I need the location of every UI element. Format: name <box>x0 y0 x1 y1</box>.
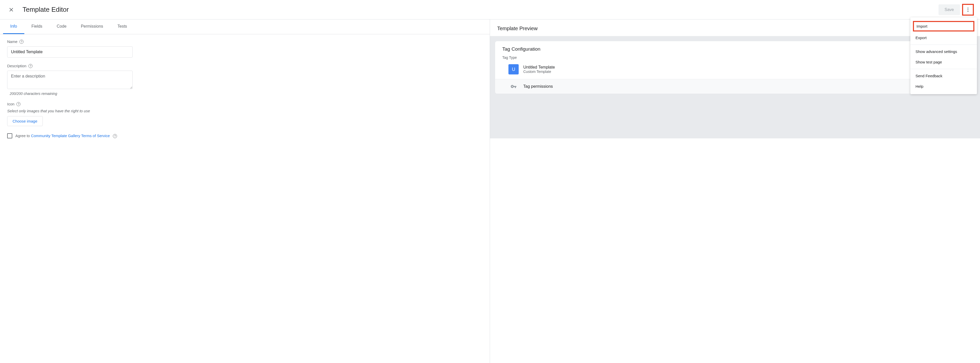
tab-info[interactable]: Info <box>3 19 24 34</box>
menu-item-export[interactable]: Export <box>910 32 977 43</box>
tag-config-card: Tag Configuration Tag Type U Untitled Te… <box>495 41 975 94</box>
info-tab-content: Name ? Description ? 200/200 characters … <box>0 34 490 144</box>
preview-body: Tag Configuration Tag Type U Untitled Te… <box>490 36 980 138</box>
more-menu-dropdown: Import Export Show advanced settings Sho… <box>910 17 977 94</box>
help-icon[interactable]: ? <box>113 134 117 138</box>
main-layout: Info Fields Code Permissions Tests Name … <box>0 19 980 363</box>
editor-header: Template Editor Save Import Export Show … <box>0 0 980 19</box>
name-input[interactable] <box>7 46 133 57</box>
tab-tests[interactable]: Tests <box>110 19 134 34</box>
icon-label: Icon <box>7 102 14 106</box>
icon-label-row: Icon ? <box>7 102 482 106</box>
tab-permissions[interactable]: Permissions <box>74 19 110 34</box>
tag-type-label: Tag Type <box>495 55 975 63</box>
tab-code[interactable]: Code <box>49 19 73 34</box>
preview-title: Template Preview <box>490 19 980 36</box>
description-textarea[interactable] <box>7 71 133 89</box>
menu-item-test-page[interactable]: Show test page <box>910 57 977 67</box>
config-title: Tag Configuration <box>495 41 975 55</box>
name-field-group: Name ? <box>7 40 482 57</box>
template-name: Untitled Template <box>523 65 555 70</box>
more-menu-button[interactable] <box>962 4 974 16</box>
tab-fields[interactable]: Fields <box>24 19 50 34</box>
menu-divider <box>910 44 977 45</box>
menu-item-import[interactable]: Import <box>913 21 974 32</box>
menu-divider <box>910 69 977 69</box>
svg-point-2 <box>967 11 969 12</box>
template-row[interactable]: U Untitled Template Custom Template <box>495 63 975 79</box>
char-remaining: 200/200 characters remaining <box>10 92 482 96</box>
tos-link[interactable]: Community Template Gallery Terms of Serv… <box>31 133 110 138</box>
template-subtitle: Custom Template <box>523 70 555 74</box>
tag-permissions-row[interactable]: Tag permissions <box>495 79 975 94</box>
template-info: Untitled Template Custom Template <box>523 65 555 74</box>
menu-item-feedback[interactable]: Send Feedback <box>910 71 977 81</box>
description-field-group: Description ? 200/200 characters remaini… <box>7 64 482 96</box>
icon-field-group: Icon ? Select only images that you have … <box>7 102 482 126</box>
description-label-row: Description ? <box>7 64 482 68</box>
page-title: Template Editor <box>22 6 69 14</box>
editor-tabs: Info Fields Code Permissions Tests <box>0 19 490 34</box>
agree-text: Agree to Community Template Gallery Term… <box>15 133 117 138</box>
close-button[interactable] <box>6 5 16 15</box>
menu-item-advanced[interactable]: Show advanced settings <box>910 46 977 57</box>
description-label: Description <box>7 64 26 68</box>
permissions-label: Tag permissions <box>523 84 553 89</box>
icon-hint: Select only images that you have the rig… <box>7 109 482 113</box>
left-panel: Info Fields Code Permissions Tests Name … <box>0 19 490 363</box>
agree-prefix: Agree to <box>15 133 31 138</box>
more-vert-icon <box>965 6 971 13</box>
svg-point-1 <box>967 9 969 10</box>
save-button[interactable]: Save <box>939 4 960 15</box>
help-icon[interactable]: ? <box>16 102 21 106</box>
help-icon[interactable]: ? <box>19 40 24 44</box>
svg-point-0 <box>967 8 969 8</box>
close-icon <box>8 6 14 13</box>
key-icon <box>508 83 519 90</box>
menu-item-help[interactable]: Help <box>910 81 977 92</box>
name-label-row: Name ? <box>7 40 482 44</box>
template-letter-icon: U <box>508 64 519 75</box>
agree-row: Agree to Community Template Gallery Term… <box>7 133 482 138</box>
right-panel: Template Preview Tag Configuration Tag T… <box>490 19 980 363</box>
name-label: Name <box>7 40 18 44</box>
agree-checkbox[interactable] <box>7 133 12 138</box>
header-actions: Save <box>939 4 974 16</box>
help-icon[interactable]: ? <box>29 64 32 68</box>
choose-image-button[interactable]: Choose image <box>7 116 43 126</box>
